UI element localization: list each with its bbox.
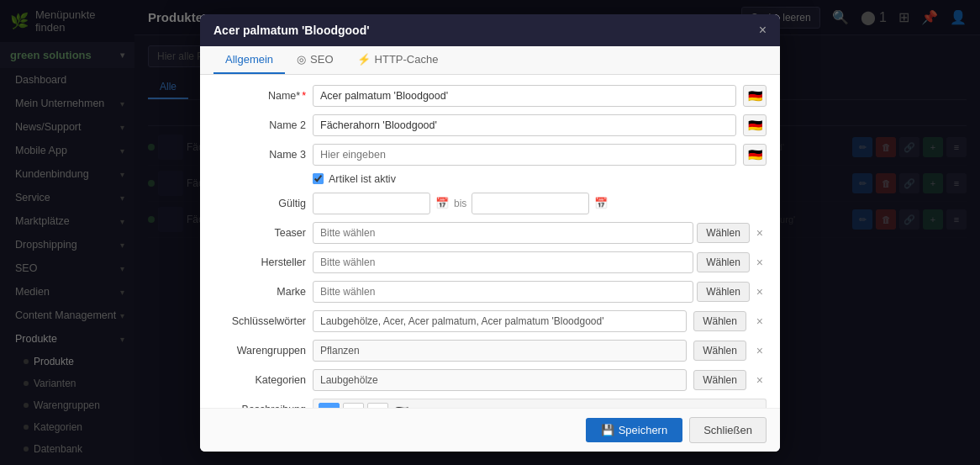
modal: Acer palmatum 'Bloodgood' × Allgemein ◎ … bbox=[200, 14, 780, 452]
modal-title: Acer palmatum 'Bloodgood' bbox=[213, 24, 370, 37]
http-cache-icon: ⚡ bbox=[357, 53, 371, 66]
schluesselwoerter-input[interactable] bbox=[313, 310, 687, 332]
flag-button-de2[interactable]: 🇩🇪 bbox=[743, 114, 767, 136]
modal-header: Acer palmatum 'Bloodgood' × bbox=[200, 14, 780, 46]
modal-overlay: Acer palmatum 'Bloodgood' × Allgemein ◎ … bbox=[0, 0, 980, 465]
marke-clear-button[interactable]: × bbox=[753, 283, 767, 300]
warengruppen-row: Warengruppen Pflanzen Wählen × bbox=[213, 340, 767, 362]
warengruppen-waehlen-button[interactable]: Wählen bbox=[693, 341, 746, 361]
active-checkbox[interactable] bbox=[313, 173, 324, 184]
warengruppen-label: Warengruppen bbox=[213, 345, 306, 357]
gueltig-date-range: 📅 bis 📅 bbox=[313, 193, 608, 214]
allgemein-tab-label: Allgemein bbox=[225, 53, 273, 66]
modal-tabs: Allgemein ◎ SEO ⚡ HTTP-Cache bbox=[200, 46, 780, 75]
teaser-input[interactable] bbox=[313, 222, 693, 244]
kategorien-label: Kategorien bbox=[213, 374, 306, 386]
marke-input[interactable] bbox=[313, 281, 693, 303]
kategorien-waehlen-button[interactable]: Wählen bbox=[693, 370, 746, 390]
kategorien-row: Kategorien Laubgehölze Wählen × bbox=[213, 369, 767, 391]
teaser-clear-button[interactable]: × bbox=[753, 225, 767, 241]
beschreibung-label: Beschreibung bbox=[213, 399, 306, 408]
hersteller-row: Hersteller Wählen × bbox=[213, 251, 767, 273]
gueltig-to-input[interactable] bbox=[472, 193, 589, 214]
hersteller-label: Hersteller bbox=[213, 256, 306, 268]
schluesselwoerter-waehlen-button[interactable]: Wählen bbox=[693, 311, 746, 331]
teaser-label: Teaser bbox=[213, 227, 306, 239]
gueltig-label: Gültig bbox=[213, 198, 306, 209]
modal-tab-http-cache[interactable]: ⚡ HTTP-Cache bbox=[345, 46, 450, 74]
marke-row: Marke Wählen × bbox=[213, 281, 767, 303]
hersteller-clear-button[interactable]: × bbox=[753, 254, 767, 271]
teaser-row: Teaser Wählen × bbox=[213, 222, 767, 244]
name2-label: Name 2 bbox=[213, 119, 306, 131]
save-button[interactable]: 💾 Speichern bbox=[586, 418, 683, 442]
seo-icon: ◎ bbox=[297, 53, 306, 66]
gueltig-row: Gültig 📅 bis 📅 bbox=[213, 193, 767, 214]
desc-toolbar: ✏ ⊞ ⤢ 🇩🇪 ▾ bbox=[313, 399, 767, 408]
modal-footer: 💾 Speichern Schließen bbox=[200, 408, 780, 452]
name-label: Name* bbox=[213, 90, 306, 102]
active-checkbox-label: Artikel ist aktiv bbox=[329, 173, 396, 185]
name-input[interactable] bbox=[313, 85, 736, 107]
name-row: Name* 🇩🇪 bbox=[213, 85, 767, 107]
flag-button-de3[interactable]: 🇩🇪 bbox=[743, 144, 767, 166]
marke-waehlen-button[interactable]: Wählen bbox=[697, 282, 750, 302]
name2-input[interactable] bbox=[313, 114, 736, 136]
name3-row: Name 3 🇩🇪 bbox=[213, 144, 767, 166]
modal-close-button[interactable]: × bbox=[759, 23, 767, 38]
schluesselwoerter-label: Schlüsselwörter bbox=[213, 315, 306, 327]
modal-tab-allgemein[interactable]: Allgemein bbox=[213, 46, 285, 74]
seo-tab-label: SEO bbox=[310, 53, 333, 66]
name2-row: Name 2 🇩🇪 bbox=[213, 114, 767, 136]
schluesselwoerter-row: Schlüsselwörter Wählen × bbox=[213, 310, 767, 332]
schluesselwoerter-clear-button[interactable]: × bbox=[753, 313, 767, 330]
save-icon: 💾 bbox=[601, 424, 614, 436]
close-button[interactable]: Schließen bbox=[689, 417, 767, 443]
modal-tab-seo[interactable]: ◎ SEO bbox=[285, 46, 345, 74]
hersteller-waehlen-button[interactable]: Wählen bbox=[697, 252, 750, 272]
warengruppen-clear-button[interactable]: × bbox=[753, 342, 767, 359]
marke-select-row: Wählen × bbox=[313, 281, 767, 303]
marke-label: Marke bbox=[213, 286, 306, 298]
beschreibung-content: ✏ ⊞ ⤢ 🇩🇪 ▾ Der Fächerahorn 'Bloodgood' (… bbox=[313, 399, 767, 408]
hersteller-select-row: Wählen × bbox=[313, 251, 767, 273]
name3-input[interactable] bbox=[313, 144, 736, 166]
beschreibung-row: Beschreibung ✏ ⊞ ⤢ 🇩🇪 ▾ Der Fächerahorn … bbox=[213, 399, 767, 408]
name3-label: Name 3 bbox=[213, 149, 306, 161]
kategorien-value: Laubgehölze bbox=[313, 369, 687, 391]
save-label: Speichern bbox=[619, 424, 668, 436]
active-checkbox-row: Artikel ist aktiv bbox=[213, 173, 767, 185]
flag-button-de[interactable]: 🇩🇪 bbox=[743, 85, 767, 107]
calendar-icon2[interactable]: 📅 bbox=[594, 197, 608, 209]
kategorien-clear-button[interactable]: × bbox=[753, 372, 767, 388]
gueltig-from-input[interactable] bbox=[313, 193, 430, 214]
bis-label: bis bbox=[454, 198, 466, 209]
teaser-waehlen-button[interactable]: Wählen bbox=[697, 223, 750, 243]
warengruppen-value: Pflanzen bbox=[313, 340, 687, 362]
calendar-icon[interactable]: 📅 bbox=[435, 197, 449, 209]
modal-body: Name* 🇩🇪 Name 2 🇩🇪 Name 3 🇩🇪 bbox=[200, 75, 780, 408]
hersteller-input[interactable] bbox=[313, 251, 693, 273]
http-cache-tab-label: HTTP-Cache bbox=[375, 53, 439, 66]
teaser-select-row: Wählen × bbox=[313, 222, 767, 244]
